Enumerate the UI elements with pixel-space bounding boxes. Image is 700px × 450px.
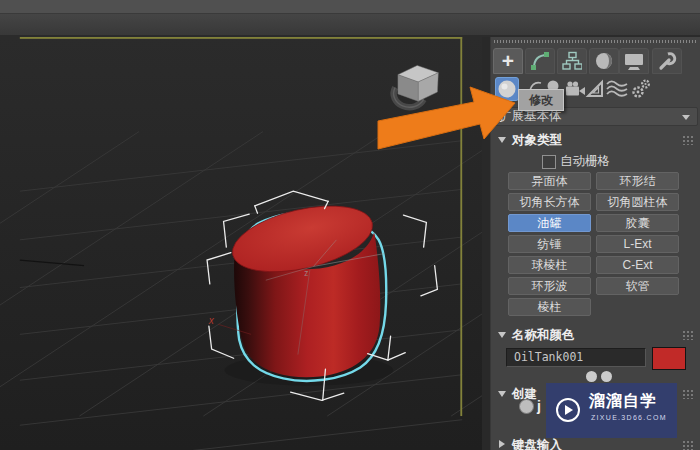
rollout-object-type[interactable]: 对象类型 bbox=[493, 131, 699, 149]
category-space-warps[interactable] bbox=[605, 77, 629, 101]
axis-x-label: x bbox=[208, 315, 215, 326]
object-type-grid: 异面体环形结切角长方体切角圆柱体油罐胶囊纺锤L-Ext球棱柱C-Ext环形波软管… bbox=[508, 172, 679, 316]
creation-method-radio[interactable] bbox=[519, 399, 534, 414]
create-plus-icon: + bbox=[502, 51, 514, 71]
autogrid-checkbox[interactable] bbox=[542, 155, 556, 169]
rollout-open-icon bbox=[498, 332, 506, 338]
primitive-button-12[interactable]: 软管 bbox=[596, 277, 679, 295]
tab-create[interactable]: + bbox=[493, 48, 523, 74]
panel-drag-handle[interactable] bbox=[494, 40, 698, 43]
primitive-button-6[interactable]: 胶囊 bbox=[596, 214, 679, 232]
category-helpers[interactable] bbox=[583, 77, 607, 101]
primitive-button-5[interactable]: 油罐 bbox=[508, 214, 591, 232]
category-systems[interactable] bbox=[629, 77, 653, 101]
rollout-title: 名称和颜色 bbox=[512, 326, 575, 344]
primitive-button-2[interactable]: 环形结 bbox=[596, 172, 679, 190]
rollout-keyboard-entry[interactable]: 键盘输入 bbox=[493, 436, 699, 450]
primitive-button-1[interactable]: 异面体 bbox=[508, 172, 591, 190]
annotation-arrow bbox=[375, 75, 520, 157]
primitive-button-8[interactable]: L-Ext bbox=[596, 235, 679, 253]
primitive-button-4[interactable]: 切角圆柱体 bbox=[596, 193, 679, 211]
modify-tooltip: 修改 bbox=[518, 89, 564, 111]
rollout-collapsed-icon bbox=[499, 440, 505, 448]
viewport-active-border-top bbox=[20, 37, 462, 39]
primitive-button-7[interactable]: 纺锤 bbox=[508, 235, 591, 253]
tab-utilities[interactable] bbox=[652, 48, 682, 74]
modify-icon bbox=[530, 51, 550, 71]
display-icon bbox=[624, 51, 644, 71]
tab-motion[interactable] bbox=[589, 48, 619, 74]
grid-axis-line bbox=[20, 260, 84, 266]
primitive-button-9[interactable]: 球棱柱 bbox=[508, 256, 591, 274]
decorative-dot bbox=[601, 371, 612, 382]
primitive-button-13[interactable]: 棱柱 bbox=[508, 298, 591, 316]
autogrid-label: 自动栅格 bbox=[560, 153, 610, 170]
rollout-grip-icon bbox=[682, 135, 693, 145]
primitive-button-11[interactable]: 环形波 bbox=[508, 277, 591, 295]
primitive-button-10[interactable]: C-Ext bbox=[596, 256, 679, 274]
rollout-name-color[interactable]: 名称和颜色 bbox=[493, 326, 699, 344]
motion-icon bbox=[594, 51, 614, 71]
utilities-wrench-icon bbox=[657, 51, 677, 71]
helpers-triangle-icon bbox=[585, 79, 605, 99]
rollout-grip-icon bbox=[682, 389, 693, 399]
rollout-title: 键盘输入 bbox=[512, 436, 562, 450]
hierarchy-icon bbox=[562, 51, 582, 71]
tab-modify[interactable] bbox=[525, 48, 555, 74]
primitive-button-3[interactable]: 切角长方体 bbox=[508, 193, 591, 211]
tab-display[interactable] bbox=[619, 48, 649, 74]
watermark-title: 溜溜自学 bbox=[589, 391, 657, 412]
watermark-badge: 溜溜自学 ZIXUE.3D66.COM bbox=[546, 383, 677, 438]
decorative-dot bbox=[586, 371, 597, 382]
screenshot-stage: z x bbox=[0, 0, 700, 450]
rollout-open-icon bbox=[498, 391, 506, 397]
rollout-grip-icon bbox=[682, 440, 693, 450]
chevron-down-icon bbox=[682, 115, 690, 120]
space-warps-waves-icon bbox=[606, 79, 628, 99]
systems-gears-icon bbox=[631, 79, 651, 99]
object-color-swatch[interactable] bbox=[652, 347, 686, 370]
top-toolbar-strip bbox=[0, 0, 700, 14]
rollout-grip-icon bbox=[682, 330, 693, 340]
object-name-input[interactable]: OilTank001 bbox=[506, 348, 646, 367]
partially-hidden-text: j bbox=[537, 398, 541, 414]
secondary-toolbar-strip bbox=[0, 14, 700, 35]
command-panel: + bbox=[490, 37, 700, 450]
play-icon bbox=[556, 398, 580, 422]
axis-z-label: z bbox=[304, 269, 308, 278]
tab-hierarchy[interactable] bbox=[557, 48, 587, 74]
watermark-url: ZIXUE.3D66.COM bbox=[591, 414, 667, 421]
